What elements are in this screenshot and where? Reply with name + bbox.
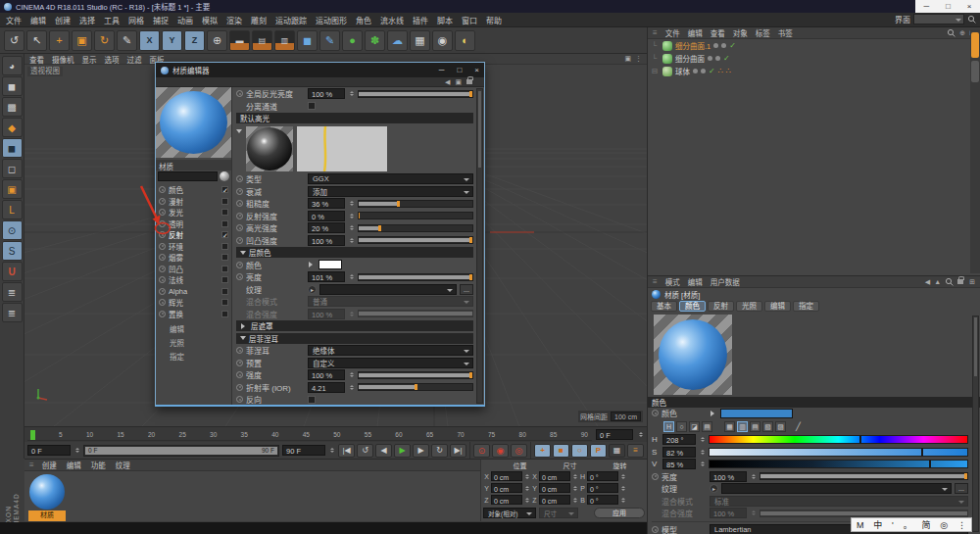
workspace-dropdown[interactable] bbox=[913, 14, 964, 24]
texture-dropdown[interactable] bbox=[319, 284, 457, 295]
material-name-input[interactable] bbox=[158, 171, 218, 181]
size-value[interactable]: 0 cm bbox=[539, 495, 570, 505]
global-reflection-value[interactable]: 100 % bbox=[308, 88, 345, 99]
animate-dot[interactable] bbox=[236, 90, 243, 97]
search-icon[interactable] bbox=[945, 277, 954, 286]
object-manager-menu-item[interactable]: 编辑 bbox=[688, 27, 703, 38]
toolbar-button[interactable]: ● bbox=[342, 30, 363, 51]
spinner[interactable] bbox=[619, 495, 626, 506]
dialog-scrollbar[interactable] bbox=[476, 88, 483, 404]
material-manager-menu-item[interactable]: 创建 bbox=[42, 460, 57, 470]
animate-dot[interactable] bbox=[236, 262, 243, 268]
channel-checkbox[interactable] bbox=[221, 311, 228, 317]
attribute-material-preview[interactable] bbox=[654, 315, 732, 395]
channel-checkbox[interactable] bbox=[221, 254, 228, 261]
subdivision-surface-icon[interactable] bbox=[662, 54, 672, 64]
slider-value[interactable]: 36 % bbox=[308, 198, 345, 209]
object-name[interactable]: 球体 bbox=[675, 66, 690, 76]
animate-dot[interactable] bbox=[236, 224, 243, 231]
animate-dot[interactable] bbox=[236, 347, 243, 354]
transport-button[interactable]: ↺ bbox=[357, 444, 373, 458]
spinner[interactable] bbox=[348, 369, 355, 380]
ime-item[interactable]: 。 bbox=[904, 518, 912, 531]
spinner[interactable] bbox=[348, 88, 355, 99]
slider-value[interactable]: 0 % bbox=[308, 211, 345, 221]
channel-extra-item[interactable]: 编辑 bbox=[170, 323, 231, 334]
history-back-icon[interactable]: ◀ bbox=[925, 278, 930, 286]
material-manager-menu-item[interactable]: 编辑 bbox=[67, 460, 81, 470]
channel-item[interactable]: 发光 bbox=[158, 207, 229, 218]
hsv-value[interactable]: 85 % bbox=[662, 459, 696, 469]
layer-brightness-slider[interactable] bbox=[358, 273, 473, 281]
menu-item[interactable]: 运动图形 bbox=[316, 15, 347, 25]
layer-color-header[interactable]: 层颜色 bbox=[236, 247, 473, 258]
viewport-menu-item[interactable]: 摄像机 bbox=[52, 54, 74, 65]
cursor-icon[interactable]: ▲ bbox=[934, 278, 941, 285]
color-section-header[interactable]: 颜色 bbox=[648, 397, 980, 408]
mode-button[interactable]: ◕ bbox=[2, 56, 23, 75]
object-name[interactable]: 细分曲面 bbox=[675, 53, 705, 64]
mixer-button[interactable]: ▧ bbox=[762, 421, 773, 432]
falloff-dropdown[interactable]: 添加 bbox=[308, 186, 473, 197]
texture-browse-button[interactable]: ... bbox=[460, 284, 473, 295]
material-preview[interactable] bbox=[156, 87, 231, 158]
spinner[interactable] bbox=[348, 198, 355, 209]
mode-button[interactable]: ≣ bbox=[2, 303, 23, 322]
visibility-dot[interactable] bbox=[701, 69, 706, 73]
keyframe-toggle-button[interactable]: + bbox=[534, 444, 551, 458]
channel-dot-icon[interactable] bbox=[159, 276, 166, 283]
spinner[interactable] bbox=[74, 445, 80, 456]
timeline-playhead[interactable] bbox=[30, 430, 35, 440]
record-button[interactable]: ◎ bbox=[511, 444, 527, 458]
mixer-button[interactable]: ▨ bbox=[775, 421, 786, 432]
hsv-value[interactable]: 82 % bbox=[662, 447, 696, 458]
preview-mode-icon[interactable] bbox=[220, 171, 229, 181]
dialog-maximize-button[interactable]: □ bbox=[457, 66, 462, 74]
ime-item[interactable]: 简 bbox=[921, 518, 930, 531]
frame-start-value[interactable]: 0 F bbox=[27, 445, 71, 456]
specular-sphere-preview[interactable] bbox=[246, 126, 293, 171]
menu-item[interactable]: 角色 bbox=[356, 15, 371, 25]
transport-button[interactable]: ▶ bbox=[394, 444, 411, 458]
attribute-tab[interactable]: 指定 bbox=[793, 301, 819, 312]
menu-item[interactable]: 雕刻 bbox=[251, 15, 267, 25]
channel-checkbox[interactable]: ✓ bbox=[221, 231, 228, 238]
nav-back-icon[interactable]: ◀ bbox=[445, 78, 450, 86]
ime-item[interactable]: ⋮ bbox=[957, 520, 966, 530]
apply-button[interactable]: 应用 bbox=[594, 508, 645, 518]
channel-item[interactable]: 烟雾 bbox=[158, 252, 229, 264]
panel-menu-icon[interactable]: ≡ bbox=[653, 277, 658, 286]
search-icon[interactable] bbox=[947, 28, 956, 37]
hsv-gradient-slider[interactable] bbox=[709, 460, 968, 468]
mode-button[interactable]: U bbox=[2, 262, 23, 281]
channel-dot-icon[interactable] bbox=[159, 209, 166, 216]
toolbar-button[interactable]: ☁ bbox=[387, 30, 408, 51]
tree-expander[interactable]: ⊟ bbox=[652, 67, 660, 75]
keyframe-toggle-button[interactable]: ○ bbox=[571, 444, 588, 458]
spinner[interactable] bbox=[348, 235, 355, 246]
mode-button[interactable]: ◆ bbox=[2, 118, 23, 137]
menu-item[interactable]: 渲染 bbox=[226, 15, 242, 25]
menu-item[interactable]: 窗口 bbox=[462, 15, 477, 25]
toolbar-button[interactable]: ▥ bbox=[274, 30, 295, 51]
eyedropper-icon[interactable]: ╱ bbox=[796, 422, 801, 431]
animate-dot[interactable] bbox=[236, 188, 243, 195]
toolbar-button[interactable]: ✎ bbox=[319, 30, 340, 51]
mode-button[interactable]: ◼ bbox=[2, 138, 23, 158]
slider-track[interactable] bbox=[358, 212, 473, 219]
menu-item[interactable]: 网格 bbox=[128, 15, 144, 25]
texture-browse-button[interactable]: ... bbox=[955, 483, 968, 494]
rotation-value[interactable]: 0 ° bbox=[587, 471, 618, 481]
fresnel-strength-slider[interactable] bbox=[358, 371, 473, 379]
attribute-scrollbar[interactable] bbox=[972, 316, 979, 532]
specular-curve-preview[interactable] bbox=[297, 126, 387, 171]
spinner[interactable] bbox=[619, 471, 626, 482]
channel-dot-icon[interactable] bbox=[159, 198, 166, 205]
toolbar-button[interactable]: ↻ bbox=[94, 30, 115, 51]
coordinate-mode-dropdown[interactable]: 对象(相对) bbox=[483, 508, 536, 518]
animate-dot[interactable] bbox=[236, 175, 243, 182]
toolbar-button[interactable]: Y bbox=[162, 30, 182, 51]
transport-button[interactable]: ▶| bbox=[450, 444, 466, 458]
hsv-gradient-slider[interactable] bbox=[709, 448, 968, 457]
mode-button[interactable]: ◻ bbox=[2, 159, 23, 178]
